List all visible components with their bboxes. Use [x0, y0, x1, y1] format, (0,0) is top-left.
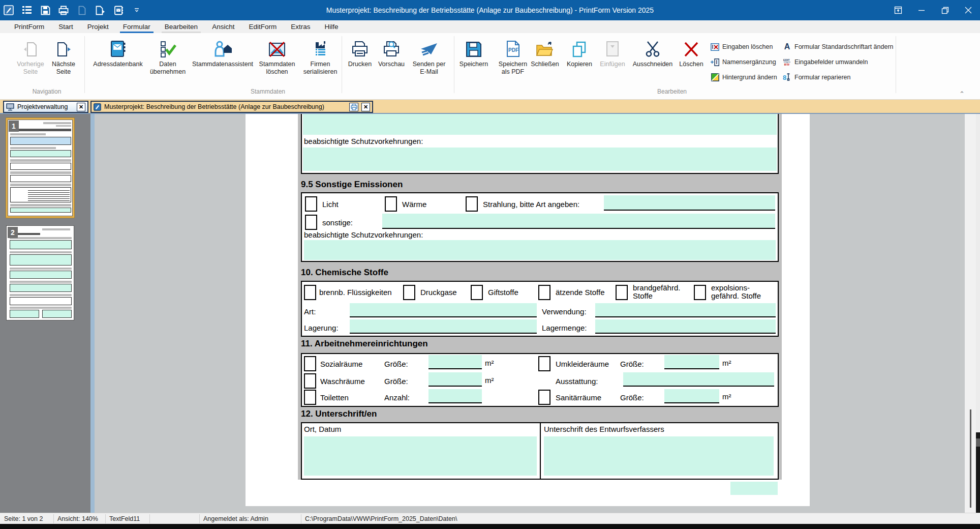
eingaben-loeschen-button[interactable]: I Eingaben löschen [711, 41, 773, 52]
checkbox-aetzende-stoffe[interactable] [538, 285, 550, 300]
menu-start[interactable]: Start [51, 20, 80, 33]
stammdaten-loeschen-button[interactable]: Stammdaten löschen [254, 37, 300, 86]
checkbox-waerme[interactable] [385, 196, 397, 212]
pdf-icon: PDF [495, 37, 531, 57]
adressdatenbank-button[interactable]: Adressdatenbank [89, 37, 146, 86]
input-sonstige[interactable] [382, 214, 775, 229]
standardschriftart-button[interactable]: A Formular Standardschriftart ändern [783, 41, 894, 52]
senden-email-button[interactable]: Senden per E-Mail [410, 37, 448, 86]
menu-extras[interactable]: Extras [284, 20, 317, 33]
tab2-print-icon[interactable] [349, 103, 358, 111]
input-toiletten-anzahl[interactable] [428, 389, 482, 403]
ribbon: Vorherige Seite Nächste Seite Navigation… [0, 33, 980, 100]
checkbox-toiletten[interactable] [304, 390, 316, 405]
scissors-icon [632, 37, 673, 57]
loeschen-button[interactable]: Löschen [676, 37, 707, 86]
input-waschraeume-groesse[interactable] [428, 372, 482, 387]
thumbnail-page-1[interactable]: 1 [6, 118, 74, 218]
addressbook-icon [89, 37, 146, 57]
vorschau-button[interactable]: Vorschau [375, 37, 408, 86]
checkbox-licht[interactable] [305, 196, 317, 212]
repair-icon: 8 [783, 73, 791, 82]
svg-text:RTF: RTF [784, 63, 790, 66]
checkbox-explosionsgefaehrdende-stoffe[interactable] [694, 285, 706, 300]
checkbox-brandgefaehrdende-stoffe[interactable] [616, 285, 628, 300]
speichern-button[interactable]: Speichern [456, 37, 491, 86]
ribbon-collapse-chevron[interactable]: ⌃ [959, 90, 965, 98]
checkbox-brennbare-fluessigkeiten[interactable] [304, 285, 316, 300]
vertical-scrollbar[interactable] [965, 114, 976, 513]
input-verwendung[interactable] [595, 303, 776, 317]
input-sozialraeume-groesse[interactable] [428, 355, 482, 369]
kopieren-button[interactable]: Kopieren [563, 37, 596, 86]
menu-projekt[interactable]: Projekt [80, 20, 116, 33]
speichern-pdf-button[interactable]: PDF Speichern als PDF [495, 37, 531, 86]
menu-ansicht[interactable]: Ansicht [205, 20, 241, 33]
document-work-area: 1 2 [0, 114, 980, 513]
input-footer-field[interactable] [730, 482, 778, 495]
textarea-unterschrift[interactable] [544, 436, 774, 476]
tab1-close-icon[interactable]: ✕ [77, 103, 85, 111]
checkbox-waschraeume[interactable] [304, 373, 316, 389]
input-sanitaerraeume-groesse[interactable] [664, 389, 719, 403]
input-umkleideraeume-groesse[interactable] [664, 355, 719, 369]
ausschneiden-button[interactable]: Ausschneiden [632, 37, 673, 86]
clear-inputs-icon: I [711, 43, 719, 51]
schliessen-button[interactable]: Schließen [528, 37, 562, 86]
menu-editform[interactable]: EditForm [241, 20, 284, 33]
namensergaenzung-button[interactable]: I Namensergänzung [711, 56, 776, 68]
eingabefelder-umwandeln-button[interactable]: EDITRTF Eingabefelder umwandeln [783, 56, 868, 68]
checkbox-strahlung[interactable] [466, 196, 478, 212]
thumbnail-page-2[interactable]: 2 [6, 225, 74, 320]
checkbox-giftstoffe[interactable] [471, 285, 483, 300]
menu-bearbeiten[interactable]: Bearbeiten [158, 20, 205, 33]
formular-reparieren-button[interactable]: 8 Formular reparieren [783, 72, 850, 83]
tab2-close-icon[interactable]: ✕ [361, 103, 370, 111]
page-2-number: 2 [8, 227, 18, 238]
menu-formular[interactable]: Formular [116, 20, 158, 33]
svg-text:EDIT: EDIT [783, 58, 790, 62]
menu-hilfe[interactable]: Hilfe [317, 20, 345, 33]
form-doc-icon [94, 103, 101, 111]
group-label-stammdaten: Stammdaten [237, 88, 298, 95]
input-strahlung-art[interactable] [604, 195, 775, 211]
window-dock-icon[interactable] [886, 0, 910, 20]
svg-text:I: I [716, 60, 718, 65]
daten-uebernehmen-button[interactable]: Daten übernehmen [145, 37, 191, 86]
firmen-serialisieren-button[interactable]: Firmen serialisieren [298, 37, 343, 86]
background-icon [711, 73, 719, 82]
textarea-ort-datum[interactable] [304, 436, 537, 476]
checkbox-sonstige[interactable] [305, 215, 317, 230]
app-window: Musterprojekt: Beschreibung der Betriebs… [0, 0, 980, 529]
hintergrund-aendern-button[interactable]: Hintergrund ändern [711, 72, 777, 83]
input-ausstattung[interactable] [623, 372, 774, 387]
next-page-icon [47, 37, 80, 57]
checkbox-druckgase[interactable] [403, 285, 415, 300]
menu-printform[interactable]: PrintForm [7, 20, 51, 33]
input-lagermenge[interactable] [595, 319, 776, 334]
page-1-number: 1 [9, 121, 19, 132]
prev-page-icon [14, 37, 47, 57]
vertical-scrollbar-thumb[interactable] [970, 409, 971, 508]
einfuegen-button: Einfügen [596, 37, 629, 86]
textarea-schutzvorkehrungen[interactable] [304, 240, 776, 260]
tab-musterprojekt[interactable]: Musterprojekt: Beschreibung der Betriebs… [90, 101, 373, 113]
stammdatenassistent-button[interactable]: Stammdatenassistent [190, 37, 256, 86]
input-art[interactable] [350, 303, 537, 317]
checkbox-sanitaerraeume[interactable] [538, 390, 550, 405]
tab-projektverwaltung[interactable]: Projektverwaltung ✕ [3, 101, 88, 113]
panel-splitter[interactable] [90, 114, 95, 513]
close-button[interactable] [957, 0, 980, 20]
checkbox-umkleideraeume[interactable] [538, 356, 550, 371]
next-page-button[interactable]: Nächste Seite [47, 37, 80, 86]
checkbox-sozialraeume[interactable] [304, 356, 316, 371]
restore-button[interactable] [933, 0, 957, 20]
drucken-button[interactable]: Drucken [344, 37, 376, 86]
input-lagerung[interactable] [350, 319, 537, 334]
minimize-button[interactable] [910, 0, 933, 20]
status-zoom: Ansicht: 140% [57, 513, 98, 524]
project-icon [6, 103, 14, 111]
status-path: C:\ProgramData\VWW\PrintForm_2025_Daten\… [305, 513, 457, 524]
textarea-field[interactable] [303, 114, 777, 135]
textarea-field[interactable] [303, 148, 777, 171]
